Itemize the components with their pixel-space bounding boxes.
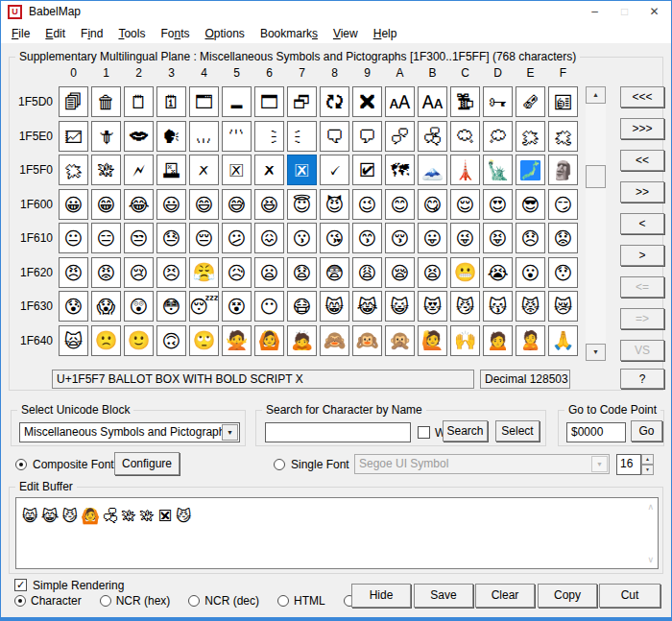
char-cell-1F5F0-0[interactable]: 🗰	[59, 155, 88, 185]
char-cell-1F620-B[interactable]: 😫	[418, 257, 447, 288]
menu-find[interactable]: Find	[73, 27, 110, 40]
char-cell-1F5E0-D[interactable]: 🗭	[483, 121, 513, 152]
char-cell-1F5F0-4[interactable]: 🗴	[189, 155, 219, 185]
save-button[interactable]: Save	[414, 584, 473, 608]
char-cell-1F620-4[interactable]: 😤	[189, 257, 219, 288]
char-cell-1F610-B[interactable]: 😛	[418, 223, 447, 253]
char-cell-1F5E0-C[interactable]: 🗬	[450, 121, 480, 152]
char-cell-1F5F0-1[interactable]: 🗱	[91, 155, 121, 185]
char-cell-1F600-6[interactable]: 😆	[254, 189, 284, 220]
char-cell-1F5D0-7[interactable]: 🗗	[287, 86, 317, 117]
chevron-down-icon[interactable]: ▼	[222, 424, 238, 441]
edit-buffer-textarea[interactable]: 😸😹😼🙆🗫🗱🗱🗷😼 ∧ ∨	[15, 497, 659, 569]
char-cell-1F5E0-8[interactable]: 🗨	[320, 121, 349, 152]
char-cell-1F5E0-9[interactable]: 🗩	[352, 121, 382, 152]
char-cell-1F5F0-7[interactable]: 🗷	[287, 155, 317, 185]
char-cell-1F620-5[interactable]: 😥	[222, 257, 252, 288]
char-cell-1F640-F[interactable]: 🙏	[548, 325, 578, 356]
char-cell-1F630-9[interactable]: 😹	[352, 291, 382, 322]
char-cell-1F620-2[interactable]: 😢	[124, 257, 154, 288]
char-cell-1F610-D[interactable]: 😝	[483, 223, 513, 253]
char-cell-1F5F0-9[interactable]: 🗹	[352, 155, 382, 185]
char-cell-1F5D0-5[interactable]: 🗕	[222, 86, 252, 117]
clear-button[interactable]: Clear	[475, 584, 535, 608]
char-cell-1F620-7[interactable]: 😧	[287, 257, 317, 288]
char-cell-1F5E0-2[interactable]: 🗢	[124, 121, 154, 152]
char-cell-1F610-2[interactable]: 😒	[124, 223, 154, 253]
font-size-value[interactable]: 16	[616, 454, 641, 475]
char-cell-1F640-C[interactable]: 🙌	[450, 325, 480, 356]
char-cell-1F620-A[interactable]: 😪	[385, 257, 415, 288]
menu-bookmarks[interactable]: Bookmarks	[252, 27, 325, 40]
char-cell-1F630-5[interactable]: 😵	[222, 291, 252, 322]
unicode-block-dropdown[interactable]: Miscellaneous Symbols and Pictographs ▼	[19, 422, 240, 442]
next-block-button[interactable]: >>	[620, 181, 664, 203]
char-cell-1F5F0-8[interactable]: 🗸	[320, 155, 349, 185]
char-cell-1F5E0-6[interactable]: 🗦	[254, 121, 284, 152]
char-cell-1F5F0-C[interactable]: 🗼	[450, 155, 480, 185]
char-cell-1F5D0-6[interactable]: 🗖	[254, 86, 284, 117]
char-cell-1F630-1[interactable]: 😱	[91, 291, 121, 322]
char-cell-1F5D0-9[interactable]: 🗙	[352, 86, 382, 117]
char-cell-1F630-7[interactable]: 😷	[287, 291, 317, 322]
spin-up-icon[interactable]: ▲	[641, 454, 654, 465]
mode-radio[interactable]	[100, 595, 111, 607]
char-cell-1F5F0-2[interactable]: 🗲	[124, 155, 154, 185]
char-cell-1F610-E[interactable]: 😞	[516, 223, 545, 253]
go-button[interactable]: Go	[631, 420, 662, 442]
char-cell-1F640-B[interactable]: 🙋	[418, 325, 447, 356]
char-cell-1F5D0-F[interactable]: 🗟	[548, 86, 578, 117]
jump-first-button[interactable]: <<<	[620, 86, 664, 107]
char-cell-1F630-3[interactable]: 😳	[156, 291, 186, 322]
hide-button[interactable]: Hide	[351, 584, 411, 608]
composite-font-radio[interactable]	[15, 459, 27, 470]
help-button[interactable]: ?	[620, 369, 664, 389]
char-cell-1F630-8[interactable]: 😸	[320, 291, 349, 322]
char-cell-1F630-E[interactable]: 😾	[516, 291, 545, 322]
char-cell-1F640-3[interactable]: 🙃	[156, 325, 186, 356]
char-cell-1F640-E[interactable]: 🙎	[516, 325, 545, 356]
char-cell-1F5E0-E[interactable]: 🗮	[516, 121, 545, 152]
char-cell-1F5F0-E[interactable]: 🗾	[516, 155, 545, 185]
char-cell-1F640-8[interactable]: 🙈	[320, 325, 349, 356]
char-cell-1F600-F[interactable]: 😏	[548, 189, 578, 220]
char-cell-1F640-9[interactable]: 🙉	[352, 325, 382, 356]
char-cell-1F600-B[interactable]: 😋	[418, 189, 447, 220]
char-cell-1F610-1[interactable]: 😑	[91, 223, 121, 253]
char-cell-1F630-0[interactable]: 😰	[59, 291, 88, 322]
buffer-scroll-up-icon[interactable]: ∧	[647, 502, 654, 512]
char-cell-1F640-2[interactable]: 🙂	[124, 325, 154, 356]
char-cell-1F640-4[interactable]: 🙄	[189, 325, 219, 356]
words-checkbox[interactable]	[418, 426, 430, 439]
char-cell-1F5D0-3[interactable]: 🗓	[156, 86, 186, 117]
char-cell-1F640-6[interactable]: 🙆	[254, 325, 284, 356]
char-cell-1F610-A[interactable]: 😚	[385, 223, 415, 253]
scroll-up-icon[interactable]: ▲	[586, 86, 606, 104]
char-cell-1F5D0-E[interactable]: 🗞	[516, 86, 545, 117]
char-cell-1F610-4[interactable]: 😔	[189, 223, 219, 253]
char-cell-1F5F0-5[interactable]: 🗵	[222, 155, 252, 185]
char-cell-1F5F0-6[interactable]: 🗶	[254, 155, 284, 185]
char-cell-1F5F0-3[interactable]: 🗳	[156, 155, 186, 185]
mode-radio[interactable]	[14, 595, 26, 607]
char-cell-1F5E0-1[interactable]: 🗡	[91, 121, 121, 152]
search-button[interactable]: Search	[443, 420, 488, 442]
char-cell-1F5D0-8[interactable]: 🗘	[320, 86, 349, 117]
grid-scrollbar[interactable]: ▲ ▼	[586, 86, 606, 361]
char-cell-1F5F0-D[interactable]: 🗽	[483, 155, 513, 185]
scrollbar-thumb[interactable]	[586, 165, 606, 188]
char-cell-1F620-D[interactable]: 😭	[483, 257, 513, 288]
next-page-button[interactable]: >	[620, 245, 664, 266]
char-cell-1F5D0-A[interactable]: 🗚	[385, 86, 415, 117]
char-cell-1F5E0-B[interactable]: 🗫	[418, 121, 447, 152]
char-cell-1F600-3[interactable]: 😃	[156, 189, 186, 220]
char-cell-1F620-F[interactable]: 😯	[548, 257, 578, 288]
menu-options[interactable]: Options	[198, 27, 252, 40]
mode-ncr-hex-[interactable]: NCR (hex)	[100, 594, 171, 608]
char-cell-1F5D0-D[interactable]: 🗝	[483, 86, 513, 117]
char-cell-1F630-D[interactable]: 😽	[483, 291, 513, 322]
mode-ncr-dec-[interactable]: NCR (dec)	[188, 594, 259, 608]
char-cell-1F600-8[interactable]: 😈	[320, 189, 349, 220]
maximize-icon[interactable]: □	[610, 1, 639, 23]
char-cell-1F600-4[interactable]: 😄	[189, 189, 219, 220]
